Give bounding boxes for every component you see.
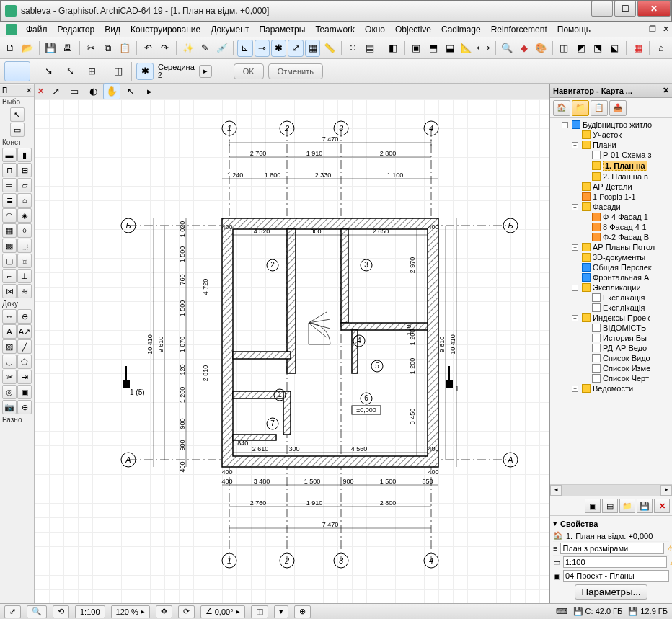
trace-icon[interactable]: ▣ bbox=[409, 40, 424, 57]
poly-tool-icon[interactable]: ⬠ bbox=[17, 355, 32, 369]
nav-project-map-icon[interactable]: 🏠 bbox=[553, 100, 570, 116]
menu-teamwork[interactable]: Teamwork bbox=[311, 23, 359, 36]
nav-fb-delete[interactable]: ✕ bbox=[654, 499, 670, 513]
arc-tool-icon[interactable]: ◡ bbox=[2, 355, 17, 369]
tree-item[interactable]: 2. План на в bbox=[582, 172, 671, 182]
tree-item[interactable]: Експлікація bbox=[582, 303, 671, 313]
scroll-left-icon[interactable]: ◂ bbox=[550, 485, 562, 496]
scroll-right-icon[interactable]: ▸ bbox=[660, 485, 672, 496]
menu-objective[interactable]: Objective bbox=[391, 23, 436, 36]
window-tool-icon[interactable]: ⊞ bbox=[17, 163, 32, 177]
tree-item[interactable]: АР Детали bbox=[572, 182, 671, 192]
ruler-icon[interactable]: 📏 bbox=[322, 40, 337, 57]
tab-tool-4[interactable]: ✋ bbox=[103, 83, 120, 100]
zoom-window-icon[interactable]: 🔍 bbox=[27, 605, 47, 618]
toolbox-close-icon[interactable]: ✕ bbox=[26, 86, 32, 94]
tree-toggle-icon[interactable]: − bbox=[572, 285, 578, 291]
props-collapse-icon[interactable]: ▾ bbox=[553, 519, 557, 528]
geo-method-1-icon[interactable]: ↘ bbox=[40, 63, 57, 80]
nav-fb-2[interactable]: ▤ bbox=[602, 499, 618, 513]
maximize-button[interactable]: ☐ bbox=[614, 1, 636, 17]
curtain-tool-icon[interactable]: ▦ bbox=[2, 223, 17, 238]
chevron-right-icon-2[interactable]: ▸ bbox=[236, 607, 240, 616]
eyedropper-icon[interactable]: ✎ bbox=[198, 40, 213, 57]
info-settings-button[interactable] bbox=[4, 61, 30, 81]
nav-fb-save[interactable]: 💾 bbox=[637, 499, 653, 513]
tb-extra-3[interactable]: ⬔ bbox=[590, 40, 605, 57]
worksheet-tool-icon[interactable]: ▣ bbox=[17, 385, 32, 399]
floor-down-icon[interactable]: ⬓ bbox=[442, 40, 457, 57]
corner-tool-icon[interactable]: ⌐ bbox=[2, 269, 17, 283]
nav-fb-1[interactable]: ▣ bbox=[585, 499, 601, 513]
morph-tool-icon[interactable]: ◊ bbox=[17, 223, 32, 238]
tree-item[interactable]: −Экспликации bbox=[572, 282, 671, 293]
redo-icon[interactable]: ↷ bbox=[157, 40, 172, 57]
mdi-restore-icon[interactable]: ❐ bbox=[646, 25, 659, 34]
props-layout-input[interactable] bbox=[563, 570, 669, 582]
snap-grid-icon[interactable]: ▦ bbox=[305, 40, 320, 57]
snap-ext-icon[interactable]: ⤢ bbox=[288, 40, 303, 57]
tb-extra-2[interactable]: ◩ bbox=[573, 40, 588, 57]
snap-int-icon[interactable]: ✱ bbox=[271, 40, 286, 57]
snap-perp-icon[interactable]: ⊾ bbox=[237, 40, 252, 57]
zoom-fit-icon[interactable]: ⤢ bbox=[4, 605, 21, 618]
props-layers-input[interactable] bbox=[560, 543, 664, 554]
menu-options[interactable]: Параметры bbox=[255, 23, 309, 36]
navigator-tree[interactable]: −Будівництво житлоУчасток−ПланиР-01 Схем… bbox=[550, 118, 672, 484]
3d-view-icon[interactable]: ◧ bbox=[385, 40, 400, 57]
door-tool-icon[interactable]: ⊓ bbox=[2, 163, 17, 177]
marquee-icon[interactable]: ◫ bbox=[110, 63, 127, 80]
menu-reinforcement[interactable]: Reinforcement bbox=[487, 23, 552, 36]
new-icon[interactable]: 🗋 bbox=[3, 40, 18, 57]
skylight-tool-icon[interactable]: ◈ bbox=[17, 208, 32, 223]
tree-item[interactable]: РД-АР Ведо bbox=[582, 343, 671, 353]
tree-item[interactable]: +АР Планы Потол bbox=[572, 242, 671, 252]
rail-tool-icon[interactable]: ≋ bbox=[17, 284, 32, 298]
tree-item[interactable]: 8 Фасад 4-1 bbox=[582, 222, 671, 232]
shell-tool-icon[interactable]: ◠ bbox=[2, 208, 17, 223]
mdi-close-icon[interactable]: ✕ bbox=[659, 25, 672, 34]
props-scale-input[interactable] bbox=[563, 556, 667, 568]
camera-tool-icon[interactable]: 📷 bbox=[2, 400, 17, 414]
elev-tool-icon[interactable]: ⇥ bbox=[17, 370, 32, 384]
tab-close-icon[interactable]: ✕ bbox=[37, 86, 44, 96]
beam-tool-icon[interactable]: ═ bbox=[2, 178, 17, 192]
canvas[interactable]: 1 2 3 4 1 2 3 4 Б Б А А bbox=[35, 99, 549, 603]
tree-item[interactable]: 1. План на bbox=[582, 160, 671, 172]
floor-up-icon[interactable]: ⬒ bbox=[425, 40, 441, 57]
palette-icon[interactable]: 🎨 bbox=[533, 40, 548, 57]
paste-icon[interactable]: 📋 bbox=[117, 40, 132, 57]
dim-tool-icon[interactable]: ↔ bbox=[2, 309, 17, 324]
zoom-ratio[interactable]: 1:100 bbox=[75, 605, 105, 618]
nav-h-scrollbar[interactable]: ◂▸ bbox=[550, 484, 672, 496]
props-params-button[interactable]: Параметры... bbox=[575, 584, 647, 600]
menu-document[interactable]: Документ bbox=[206, 23, 253, 36]
object-tool-icon[interactable]: ⬚ bbox=[17, 239, 32, 253]
tb-roof-icon[interactable]: ⌂ bbox=[653, 40, 668, 57]
sb-btn-b[interactable]: ▾ bbox=[274, 605, 288, 618]
line-tool-icon[interactable]: ╱ bbox=[17, 339, 32, 354]
chevron-right-icon[interactable]: ▸ bbox=[141, 607, 145, 616]
ok-button[interactable]: OK bbox=[234, 63, 264, 79]
minimize-button[interactable]: — bbox=[591, 1, 613, 17]
tree-item[interactable]: Ф-2 Фасад В bbox=[582, 232, 671, 242]
zoom-percent[interactable]: 120 % bbox=[116, 607, 138, 616]
tree-toggle-icon[interactable]: − bbox=[572, 142, 578, 148]
tree-item[interactable]: Фронтальная А bbox=[572, 272, 671, 282]
copy-icon[interactable]: ⧉ bbox=[100, 40, 115, 57]
wall-tool-icon[interactable]: ▬ bbox=[2, 148, 17, 162]
column-tool-icon[interactable]: ▮ bbox=[17, 148, 32, 162]
menu-window[interactable]: Окно bbox=[361, 23, 389, 36]
pan-icon[interactable]: ✥ bbox=[156, 605, 172, 618]
nav-publisher-icon[interactable]: 📤 bbox=[609, 100, 627, 116]
text-tool-icon[interactable]: A bbox=[2, 324, 17, 339]
close-button[interactable]: ✕ bbox=[637, 1, 671, 17]
nav-layout-book-icon[interactable]: 📋 bbox=[591, 100, 608, 116]
section-tool-icon[interactable]: ✂ bbox=[2, 370, 17, 384]
tree-item[interactable]: Р-01 Схема з bbox=[582, 150, 671, 160]
tree-item[interactable]: Список Изме bbox=[582, 363, 671, 373]
tb-extra-4[interactable]: ⬕ bbox=[607, 40, 622, 57]
tree-item[interactable]: Експлікація bbox=[582, 293, 671, 303]
tree-root[interactable]: −Будівництво житло bbox=[562, 120, 671, 130]
tree-toggle-icon[interactable]: + bbox=[572, 386, 578, 392]
